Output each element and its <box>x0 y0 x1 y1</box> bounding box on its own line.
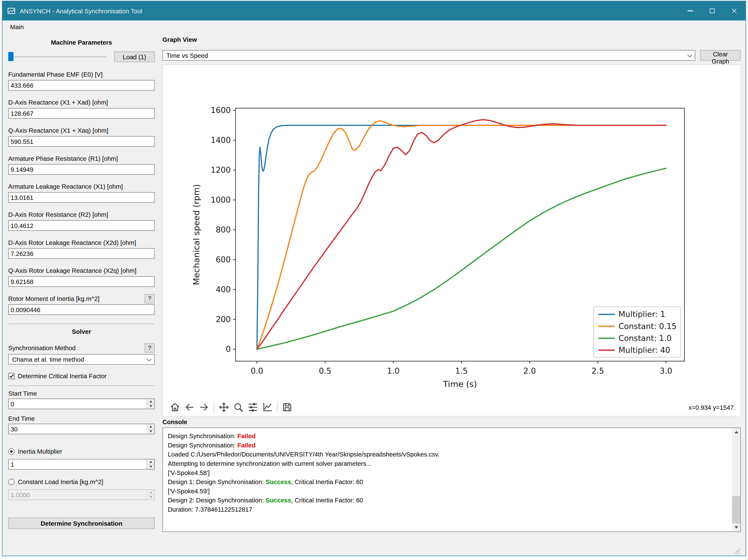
param-input[interactable] <box>8 220 155 231</box>
sync-method-help-button[interactable]: ? <box>145 343 155 352</box>
svg-text:3.0: 3.0 <box>660 366 672 375</box>
console-lines: Design Synchronisation: FailedDesign Syn… <box>163 428 740 514</box>
chart[interactable]: 0.00.51.01.52.02.53.00200400600800100012… <box>163 65 740 399</box>
param-help-button[interactable]: ? <box>145 294 155 303</box>
resize-grip[interactable] <box>733 548 740 554</box>
param-input[interactable] <box>8 276 155 287</box>
constant-inertia-spinbox <box>8 489 155 500</box>
maximize-button[interactable] <box>701 1 723 21</box>
svg-text:1600: 1600 <box>211 106 231 115</box>
svg-text:Constant: 0.15: Constant: 0.15 <box>618 322 677 331</box>
cursor-coordinates: x=0.934 y=1547. <box>688 404 735 411</box>
constant-inertia-radio[interactable]: Constant Load Inertia [kg.m^2] <box>8 478 155 486</box>
svg-text:2.5: 2.5 <box>592 366 604 375</box>
graph-type-value: Time vs Speed <box>166 52 208 59</box>
spin-down-icon[interactable] <box>147 495 154 500</box>
start-time-input[interactable] <box>9 399 146 409</box>
svg-text:2.0: 2.0 <box>523 366 536 375</box>
spin-up-icon[interactable] <box>147 424 154 429</box>
scroll-thumb[interactable] <box>732 496 740 523</box>
param-label: Rotor Moment of Inertia [kg.m^2] <box>8 295 99 302</box>
console-line: Duration: 7.378461122512817 <box>168 505 727 514</box>
back-button[interactable] <box>182 400 197 414</box>
param-input[interactable] <box>8 136 155 147</box>
load-button[interactable]: Load (1) <box>114 51 155 62</box>
machine-parameters-title: Machine Parameters <box>8 39 155 46</box>
svg-text:Mechanical speed (rpm): Mechanical speed (rpm) <box>191 184 201 285</box>
chevron-down-icon <box>687 52 692 57</box>
sync-method-value: Chama et al. time method <box>12 356 84 363</box>
param-label: Q-Axis Rotor Leakage Reactance (X2q) [oh… <box>8 267 136 274</box>
constant-inertia-input[interactable] <box>9 490 146 500</box>
separator <box>8 386 155 386</box>
scroll-up-button[interactable] <box>732 428 740 436</box>
radio-selected-icon <box>8 448 15 455</box>
spin-up-icon[interactable] <box>147 399 154 404</box>
home-icon <box>170 402 180 413</box>
param-label: Armature Phase Resistance (R1) [ohm] <box>8 155 118 162</box>
titlebar[interactable]: ANSYNCH - Analytical Synchronisation Too… <box>2 1 746 21</box>
graph-type-combo[interactable]: Time vs Speed <box>162 50 695 60</box>
param-field-3: Armature Phase Resistance (R1) [ohm] <box>8 153 155 175</box>
spin-down-icon[interactable] <box>147 464 154 469</box>
close-button[interactable] <box>723 1 746 21</box>
param-input[interactable] <box>8 248 155 259</box>
svg-text:600: 600 <box>216 255 231 264</box>
console-output[interactable]: Design Synchronisation: FailedDesign Syn… <box>162 428 741 532</box>
pan-button[interactable] <box>217 400 231 414</box>
param-input[interactable] <box>8 80 155 91</box>
inertia-multiplier-input[interactable] <box>9 460 146 469</box>
svg-text:0.5: 0.5 <box>319 366 331 375</box>
param-input[interactable] <box>8 108 155 119</box>
menu-main[interactable]: Main <box>5 22 29 32</box>
inertia-multiplier-label: Inertia Multiplier <box>18 448 62 455</box>
minimize-button[interactable] <box>679 1 701 21</box>
customize-button[interactable] <box>260 400 275 414</box>
app-window: ANSYNCH - Analytical Synchronisation Too… <box>2 1 746 556</box>
param-label: Fundamental Phase EMF (E0) [V] <box>8 71 102 78</box>
spin-up-icon[interactable] <box>147 460 154 465</box>
end-time-input[interactable] <box>9 424 146 434</box>
clear-graph-button[interactable]: Clear Graph <box>700 50 741 60</box>
param-input[interactable] <box>8 164 155 175</box>
svg-text:Multiplier: 40: Multiplier: 40 <box>618 345 670 355</box>
param-label: Q-Axis Reactance (X1 + Xaq) [ohm] <box>8 127 108 134</box>
console-line: Design Synchronisation: Failed <box>168 432 727 441</box>
spin-down-icon[interactable] <box>147 404 154 409</box>
svg-text:400: 400 <box>216 285 231 294</box>
param-input[interactable] <box>8 192 155 203</box>
console-line: ['V-Spoke4.58'] <box>168 468 727 477</box>
critical-inertia-checkbox[interactable]: Determine Critical Inertia Factor <box>8 372 155 380</box>
sync-method-combo[interactable]: Chama et al. time method <box>8 354 155 365</box>
back-arrow-icon <box>184 402 195 413</box>
param-label: D-Axis Reactance (X1 + Xad) [ohm] <box>8 99 108 106</box>
param-label: D-Axis Rotor Resistance (R2) [ohm] <box>8 211 108 218</box>
param-input[interactable] <box>8 304 155 315</box>
svg-text:0: 0 <box>226 344 231 354</box>
inertia-multiplier-radio[interactable]: Inertia Multiplier <box>8 448 155 455</box>
slider-track <box>9 56 107 57</box>
slider-handle[interactable] <box>8 52 14 61</box>
subplots-button[interactable] <box>246 400 260 414</box>
console-scrollbar[interactable] <box>732 428 740 532</box>
close-icon <box>732 8 738 14</box>
load-slider[interactable] <box>8 51 107 62</box>
svg-text:800: 800 <box>216 225 231 234</box>
determine-synchronisation-button[interactable]: Determine Synchronisation <box>8 517 155 529</box>
param-field-2: Q-Axis Reactance (X1 + Xaq) [ohm] <box>8 125 155 147</box>
console-line: Design Synchronisation: Failed <box>168 441 727 450</box>
scroll-down-button[interactable] <box>732 523 740 531</box>
console-line: Loaded C:/Users/Philedor/Documents/UNIVE… <box>168 450 727 459</box>
param-field-8: Rotor Moment of Inertia [kg.m^2]? <box>8 294 155 315</box>
spin-down-icon[interactable] <box>147 429 154 434</box>
home-button[interactable] <box>168 400 182 414</box>
forward-button[interactable] <box>197 400 211 414</box>
param-label: D-Axis Rotor Leakage Reactance (X2d) [oh… <box>8 239 136 246</box>
end-time-spinbox <box>8 423 155 434</box>
save-button[interactable] <box>280 400 295 414</box>
scroll-track[interactable] <box>732 436 740 523</box>
console-title: Console <box>162 418 741 426</box>
zoom-button[interactable] <box>231 400 246 414</box>
spin-up-icon[interactable] <box>147 490 154 495</box>
pan-icon <box>219 402 229 413</box>
